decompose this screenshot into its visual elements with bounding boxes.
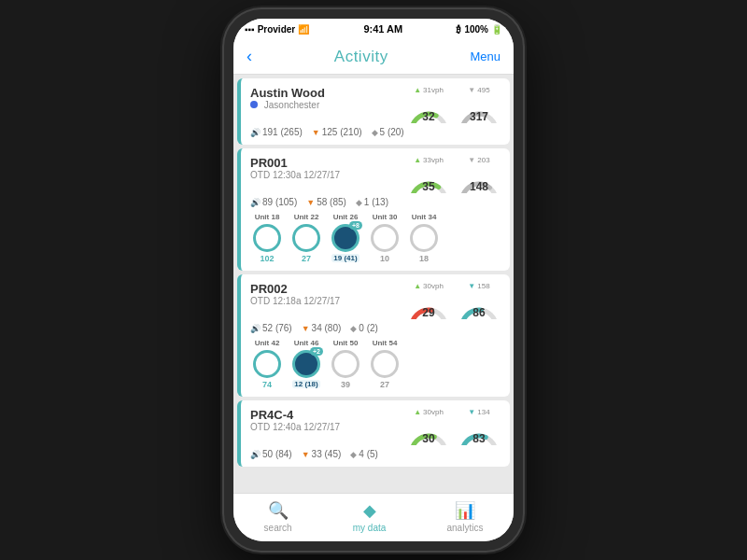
gauge-label-pr001-speed: ▲ 33vph: [414, 156, 444, 164]
card-subtitle-pr002: OTD 12:18a 12/27/17: [250, 296, 407, 306]
card-header-pr4c4: PR4C-4 OTD 12:40a 12/27/17 ▲ 30vph: [250, 408, 500, 445]
content-scroll: Austin Wood Jasonchester ▲ 31vph: [233, 75, 514, 493]
bottom-nav-mydata[interactable]: ◆ my data: [353, 500, 387, 533]
status-left: ▪▪▪ Provider 📶: [245, 24, 309, 35]
unit-50[interactable]: Unit 50 39: [329, 339, 362, 389]
unit-42-count: 74: [262, 380, 272, 389]
card-header-pr001: PR001 OTD 12:30a 12/27/17 ▲ 33vph: [250, 156, 500, 193]
gauge-label-pr4c4-speed: ▲ 30vph: [414, 408, 444, 416]
gauge-count-label: ▼ 495: [468, 86, 489, 94]
signal-icon: ▪▪▪: [245, 24, 255, 35]
search-icon: 🔍: [268, 500, 289, 521]
unit-30[interactable]: Unit 30 10: [368, 213, 402, 263]
card-title-pr4c4: PR4C-4: [250, 408, 407, 422]
stat-dn-pr002: ▼ 34 (80): [302, 323, 342, 333]
battery-icon: 🔋: [491, 24, 502, 35]
analytics-label: analytics: [446, 523, 483, 533]
unit-46-label: Unit 46: [294, 339, 319, 347]
unit-54-count: 27: [380, 380, 389, 389]
gauge-speed-label: ▲ 31vph: [414, 86, 444, 94]
nav-bar: ‹ Activity Menu: [233, 39, 514, 75]
bottom-nav-analytics[interactable]: 📊 analytics: [446, 500, 483, 533]
gauge-speed-label-pr002: 30vph: [423, 282, 444, 290]
card-title-pr002: PR002: [250, 282, 407, 296]
vol-icon-pr002: 🔊: [250, 324, 261, 333]
stat-volume: 🔊 191 (265): [250, 127, 303, 137]
unit-18[interactable]: Unit 18 102: [250, 213, 284, 263]
card-header: Austin Wood Jasonchester ▲ 31vph: [250, 86, 500, 123]
stat-dn-pr4c4: ▼ 33 (45): [302, 449, 342, 459]
unit-22[interactable]: Unit 22 27: [289, 213, 323, 263]
gauge-speed-label-pr4c4: 30vph: [423, 408, 444, 416]
unit-42[interactable]: Unit 42 74: [250, 339, 284, 389]
stat-volume-text: 191 (265): [262, 127, 303, 137]
diamond-icon: ◆: [372, 128, 378, 137]
unit-46-badge: +2: [310, 347, 323, 356]
phone-frame: ▪▪▪ Provider 📶 9:41 AM ₿ 100% 🔋 ‹ Activi…: [224, 9, 523, 551]
card-title-section: Austin Wood Jasonchester: [250, 86, 407, 110]
units-row-pr002: Unit 42 74 Unit 46 +2 12 (18) Uni: [250, 339, 500, 389]
stats-row-pr4c4: 🔊 50 (84) ▼ 33 (45) ◆ 4 (5): [250, 449, 500, 459]
unit-54[interactable]: Unit 54 27: [368, 339, 402, 389]
gauges-row-pr002: ▲ 30vph 29: [407, 282, 500, 319]
card-subtitle-pr001: OTD 12:30a 12/27/17: [250, 170, 407, 180]
gauge-value-pr4c4-count: 83: [472, 432, 485, 445]
unit-18-label: Unit 18: [255, 213, 280, 221]
gauge-count-label-pr001: 203: [477, 156, 489, 164]
gauge-value-pr001-speed: 35: [422, 180, 434, 193]
gauge-label-pr4c4-count: ▼ 134: [468, 408, 489, 416]
volume-icon: 🔊: [250, 128, 261, 137]
gauge-value-pr002-speed: 29: [422, 306, 434, 319]
wifi-icon: 📶: [298, 24, 309, 35]
gauge-count: ▼ 495 317: [458, 86, 500, 123]
unit-46-count: 12 (18): [292, 380, 319, 388]
gauge-speed-pr4c4: ▲ 30vph 30: [407, 408, 450, 445]
stats-row: 🔊 191 (265) ▼ 125 (210) ◆ 5 (20): [250, 127, 500, 137]
back-button[interactable]: ‹: [247, 47, 252, 66]
gauge-count-pr002: ▼ 158 86: [458, 282, 500, 319]
stat-dia-pr4c4: ◆ 4 (5): [350, 449, 378, 459]
vol-icon-pr001: 🔊: [250, 198, 261, 207]
phone-screen: ▪▪▪ Provider 📶 9:41 AM ₿ 100% 🔋 ‹ Activi…: [233, 19, 514, 541]
dn-icon-pr001: ▼: [306, 198, 315, 207]
unit-18-circle: [253, 224, 281, 252]
gauge-count-label-pr002: 158: [477, 282, 489, 290]
gauge-label-pr001-count: ▼ 203: [468, 156, 489, 164]
stat-diamond: ◆ 5 (20): [372, 127, 404, 137]
mydata-label: my data: [353, 523, 387, 533]
vol-icon-pr4c4: 🔊: [250, 450, 261, 459]
status-time: 9:41 AM: [363, 23, 402, 35]
bottom-nav: 🔍 search ◆ my data 📊 analytics: [233, 493, 514, 541]
unit-34-label: Unit 34: [412, 213, 437, 221]
bottom-nav-search[interactable]: 🔍 search: [264, 500, 292, 533]
unit-26[interactable]: Unit 26 +8 19 (41): [329, 213, 362, 263]
card-title-pr001: PR001: [250, 156, 407, 170]
stat-dia-pr002: ◆ 0 (2): [350, 323, 378, 333]
gauge-count-pr4c4: ▼ 134 83: [458, 408, 500, 445]
dn-icon-pr002: ▼: [302, 324, 310, 333]
stat-vol-pr4c4: 🔊 50 (84): [250, 449, 292, 459]
dia-icon-pr002: ◆: [350, 324, 357, 333]
menu-button[interactable]: Menu: [470, 49, 500, 63]
unit-26-badge: +8: [349, 221, 362, 230]
gauge-speed-pr001: ▲ 33vph 35: [407, 156, 450, 193]
unit-42-label: Unit 42: [255, 339, 280, 347]
unit-46[interactable]: Unit 46 +2 12 (18): [289, 339, 323, 389]
unit-30-label: Unit 30: [373, 213, 398, 221]
stat-dn-val-pr002: 34 (80): [312, 323, 342, 333]
unit-22-circle: [292, 224, 320, 252]
card-pr4c4: PR4C-4 OTD 12:40a 12/27/17 ▲ 30vph: [237, 400, 510, 467]
gauge-speed-value: 32: [422, 110, 434, 123]
unit-34[interactable]: Unit 34 18: [407, 213, 441, 263]
stat-dn-pr001: 58 (85): [317, 197, 346, 207]
card-title-section-pr4c4: PR4C-4 OTD 12:40a 12/27/17: [250, 408, 407, 432]
card-pr002: PR002 OTD 12:18a 12/27/17 ▲ 30vph: [237, 274, 510, 397]
unit-26-circle: +8: [331, 224, 359, 252]
stat-vol-val-pr002: 52 (76): [262, 323, 292, 333]
status-right: ₿ 100% 🔋: [457, 24, 502, 35]
stat-dn-val-pr4c4: 33 (45): [312, 449, 342, 459]
down-icon: ▼: [312, 128, 320, 137]
stats-row-pr002: 🔊 52 (76) ▼ 34 (80) ◆ 0 (2): [250, 323, 500, 333]
stat-down-text: 125 (210): [322, 127, 362, 137]
stat-vol-pr002: 🔊 52 (76): [250, 323, 292, 333]
